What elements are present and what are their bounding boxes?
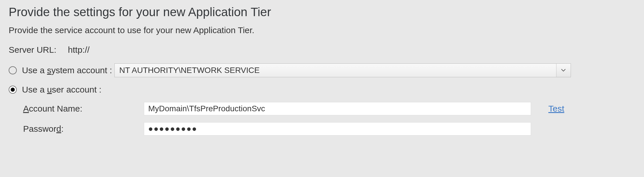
system-account-dropdown[interactable]: NT AUTHORITY\NETWORK SERVICE [114, 63, 571, 77]
account-name-label: Account Name: [23, 104, 144, 114]
system-account-selected: NT AUTHORITY\NETWORK SERVICE [115, 64, 556, 77]
page-title: Provide the settings for your new Applic… [9, 5, 635, 19]
page-description: Provide the service account to use for y… [9, 25, 635, 35]
test-link[interactable]: Test [548, 104, 564, 114]
password-row: Password: [23, 122, 635, 135]
server-url-row: Server URL: http:// [9, 45, 635, 55]
account-name-row: Account Name: Test [23, 102, 635, 115]
system-account-row: Use a system account : NT AUTHORITY\NETW… [9, 63, 635, 77]
system-account-radio[interactable] [9, 66, 17, 74]
user-account-label[interactable]: Use a user account : [22, 85, 101, 95]
server-url-value: http:// [68, 45, 90, 55]
user-account-row: Use a user account : [9, 85, 635, 95]
user-account-radio[interactable] [9, 86, 17, 94]
account-name-input[interactable] [144, 102, 531, 115]
password-label: Password: [23, 124, 144, 134]
password-input[interactable] [144, 122, 531, 135]
system-account-label[interactable]: Use a system account : [22, 65, 112, 75]
server-url-label: Server URL: [9, 45, 56, 55]
dropdown-arrow-icon[interactable] [556, 64, 571, 77]
